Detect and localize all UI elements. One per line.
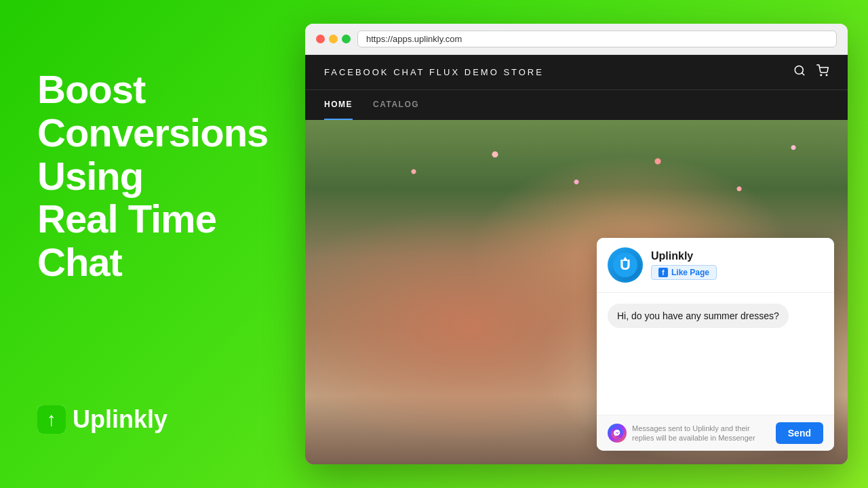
dot-yellow[interactable]: [329, 35, 338, 43]
search-icon[interactable]: [793, 64, 806, 80]
browser-window: https://apps.uplinkly.com FACEBOOK CHAT …: [305, 24, 848, 464]
chat-widget: U Uplinkly f Like Page: [597, 238, 834, 451]
left-panel: Boost Conversions Using Real Time Chat U…: [0, 0, 298, 488]
messenger-icon: [608, 424, 627, 443]
browser-dots: [316, 35, 351, 43]
store-nav: HOME CATALOG: [305, 89, 848, 120]
chat-header: U Uplinkly f Like Page: [597, 238, 834, 293]
chat-messages: Hi, do you have any summer dresses?: [597, 293, 834, 415]
svg-line-1: [802, 73, 804, 75]
store-header: FACEBOOK CHAT FLUX DEMO STORE: [305, 55, 848, 89]
brand-logo: Uplinkly: [37, 405, 271, 434]
headline: Boost Conversions Using Real Time Chat: [37, 68, 271, 284]
chat-brand-name: Uplinkly: [651, 250, 717, 262]
chat-message-bubble: Hi, do you have any summer dresses?: [608, 304, 789, 328]
chat-footer: Messages sent to Uplinkly and their repl…: [597, 415, 834, 451]
send-button[interactable]: Send: [776, 422, 823, 444]
store-icons: [793, 64, 829, 80]
nav-catalog[interactable]: CATALOG: [373, 90, 419, 120]
browser-chrome: https://apps.uplinkly.com: [305, 24, 848, 55]
store-content: U Uplinkly f Like Page: [305, 120, 848, 464]
nav-home[interactable]: HOME: [324, 90, 353, 120]
svg-point-7: [611, 427, 623, 439]
svg-point-2: [821, 75, 822, 76]
brand-name: Uplinkly: [73, 405, 167, 434]
brand-icon: [37, 405, 66, 434]
like-page-button[interactable]: f Like Page: [651, 265, 717, 280]
store-title: FACEBOOK CHAT FLUX DEMO STORE: [324, 67, 544, 77]
address-bar[interactable]: https://apps.uplinkly.com: [357, 30, 837, 47]
dot-green-dot[interactable]: [342, 35, 351, 43]
chat-avatar: U: [608, 247, 643, 283]
svg-point-3: [826, 75, 827, 76]
chat-footer-text: Messages sent to Uplinkly and their repl…: [632, 424, 770, 443]
avatar-letter: U: [610, 249, 641, 281]
cart-icon[interactable]: [816, 64, 829, 80]
headline-text: Boost Conversions Using Real Time Chat: [37, 68, 271, 284]
dot-red[interactable]: [316, 35, 325, 43]
chat-header-info: Uplinkly f Like Page: [651, 250, 717, 280]
fb-icon: f: [658, 268, 668, 277]
